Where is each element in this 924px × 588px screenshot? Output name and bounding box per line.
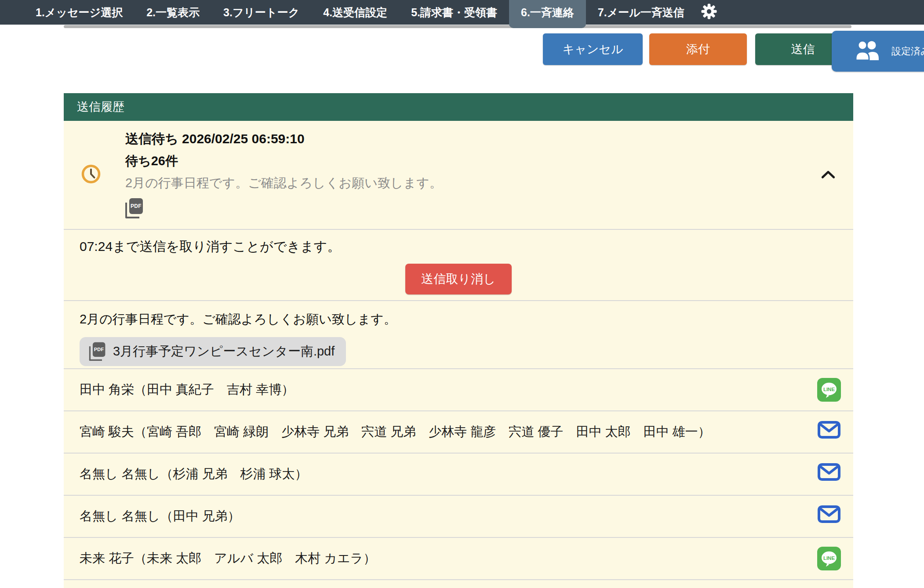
- tab-free-talk[interactable]: 3.フリートーク: [211, 0, 311, 25]
- recipient-row: 田中 角栄（田中 真紀子 吉村 幸博） LINE: [64, 368, 853, 410]
- recipient-name: 田中 角栄（田中 真紀子 吉村 幸博）: [80, 381, 294, 399]
- top-navigation: 1.メッセージ選択 2.一覧表示 3.フリートーク 4.送受信設定 5.請求書・…: [0, 0, 924, 25]
- svg-text:LINE: LINE: [823, 387, 835, 392]
- settings-gear-button[interactable]: [701, 0, 717, 25]
- svg-text:LINE: LINE: [823, 555, 835, 561]
- recipient-name: 宮崎 駿夫（宮崎 吾郎 宮崎 緑朗 少林寺 兄弟 宍道 兄弟 少林寺 龍彦 宍道…: [80, 423, 711, 441]
- cancel-button[interactable]: キャンセル: [543, 33, 643, 65]
- recipient-name: 未来 花子（未来 太郎 アルバ 太郎 木村 カエラ）: [80, 550, 376, 567]
- recipient-name: 名無し 名無し（田中 兄弟）: [80, 508, 240, 525]
- revoke-send-button[interactable]: 送信取り消し: [405, 264, 512, 294]
- pending-message-preview: 2月の行事日程です。ご確認よろしくお願い致します。: [125, 174, 818, 192]
- line-icon[interactable]: LINE: [817, 547, 841, 570]
- mail-icon[interactable]: [817, 462, 841, 486]
- recipient-row: 名無し 名無し（田中 兄弟）: [64, 495, 853, 537]
- message-body-text: 2月の行事日程です。ご確認よろしくお願い致します。: [80, 311, 853, 328]
- tab-bulk-mail[interactable]: 7.メール一斉送信: [586, 0, 696, 25]
- tab-send-receive-settings[interactable]: 4.送受信設定: [311, 0, 399, 25]
- mail-icon[interactable]: [817, 505, 841, 528]
- attachment-chip[interactable]: PDF 3月行事予定ワンピースセンター南.pdf: [80, 337, 346, 366]
- recipient-name: 名無し 名無し（杉浦 兄弟 杉浦 球太）: [80, 465, 308, 483]
- send-history-panel: 送信履歴 送信待ち 2026/02/25 06:59:10 待ち26件 2月の行…: [64, 93, 853, 588]
- pdf-attachment-icon: PDF: [125, 198, 143, 218]
- clock-icon: [81, 164, 101, 185]
- panel-title: 送信履歴: [64, 93, 853, 121]
- pdf-file-icon: PDF: [89, 342, 105, 361]
- tab-bulk-contact[interactable]: 6.一斉連絡: [509, 0, 586, 28]
- people-icon: [853, 40, 882, 63]
- attachment-filename: 3月行事予定ワンピースセンター南.pdf: [113, 343, 335, 360]
- recipient-row: 宮崎 駿夫（宮崎 吾郎 宮崎 緑朗 少林寺 兄弟 宍道 兄弟 少林寺 龍彦 宍道…: [64, 410, 853, 453]
- pending-status: 送信待ち 2026/02/25 06:59:10: [125, 130, 818, 148]
- pending-send-entry[interactable]: 送信待ち 2026/02/25 06:59:10 待ち26件 2月の行事日程です…: [64, 121, 853, 229]
- cancel-deadline-notice: 07:24まで送信を取り消すことができます。: [64, 238, 853, 256]
- cancel-window-section: 07:24まで送信を取り消すことができます。 送信取り消し: [64, 229, 853, 300]
- configured-label: 設定済み: [891, 45, 924, 58]
- pending-entry-text: 送信待ち 2026/02/25 06:59:10 待ち26件 2月の行事日程です…: [125, 130, 818, 220]
- mail-icon[interactable]: [817, 420, 841, 444]
- configured-recipients-button[interactable]: 設定済み: [832, 31, 924, 72]
- recipient-row: 名無し 名無し（杉浦 兄弟 杉浦 球太）: [64, 453, 853, 495]
- collapse-entry-button[interactable]: [818, 167, 838, 183]
- line-icon[interactable]: LINE: [817, 378, 841, 402]
- chevron-up-icon: [821, 174, 836, 180]
- tab-message-select[interactable]: 1.メッセージ選択: [24, 0, 135, 25]
- pending-count: 待ち26件: [125, 152, 818, 170]
- recipient-row-partial: [64, 579, 853, 588]
- recipient-row: 未来 花子（未来 太郎 アルバ 太郎 木村 カエラ） LINE: [64, 537, 853, 579]
- tab-list-view[interactable]: 2.一覧表示: [135, 0, 211, 25]
- tab-invoice-receipt[interactable]: 5.請求書・受領書: [399, 0, 509, 25]
- message-section: 2月の行事日程です。ご確認よろしくお願い致します。 PDF 3月行事予定ワンピー…: [64, 300, 853, 368]
- horizontal-scrollbar[interactable]: [64, 25, 851, 28]
- app-window: 1.メッセージ選択 2.一覧表示 3.フリートーク 4.送受信設定 5.請求書・…: [0, 0, 924, 588]
- attach-button[interactable]: 添付: [649, 33, 747, 65]
- gear-icon: [701, 3, 717, 22]
